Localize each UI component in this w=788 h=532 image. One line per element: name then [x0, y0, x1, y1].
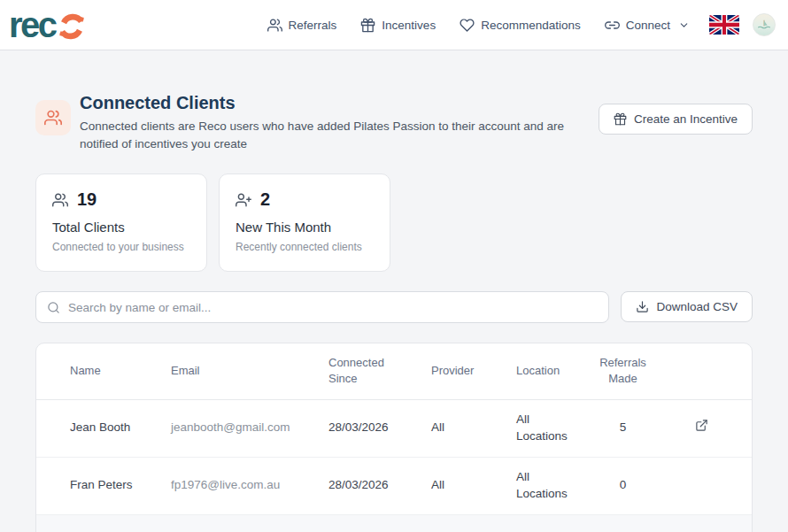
client-provider: All — [431, 514, 516, 532]
client-provider: All — [431, 457, 516, 514]
download-csv-label: Download CSV — [656, 300, 738, 313]
chevron-down-icon — [678, 19, 690, 31]
users-icon — [44, 109, 62, 127]
page-title: Connected Clients — [80, 93, 571, 113]
new-this-month-label: New This Month — [236, 220, 374, 235]
column-header-email: Email — [171, 343, 328, 399]
search-box[interactable] — [35, 291, 609, 323]
nav-item-recommendations[interactable]: Recommendations — [460, 18, 581, 33]
client-connected-since: 28/03/2026 — [328, 457, 431, 514]
client-email: gregrog1965@hotmail.com — [171, 514, 328, 532]
reco-logo[interactable]: rec — [9, 7, 87, 42]
uk-flag-language-selector[interactable] — [709, 15, 739, 35]
nav-label: Connect — [626, 19, 670, 32]
link-icon — [605, 18, 620, 33]
search-input[interactable] — [68, 301, 598, 314]
users-icon — [267, 18, 282, 33]
business-avatar[interactable] — [753, 13, 776, 36]
user-plus-icon — [236, 192, 251, 208]
column-header-actions — [661, 343, 752, 399]
client-referrals-made: 5 — [594, 399, 661, 457]
clients-icon-box — [35, 100, 71, 135]
nav-item-incentives[interactable]: Incentives — [360, 18, 436, 33]
nav-label: Recommendations — [481, 19, 581, 32]
stats-row: 19 Total Clients Connected to your busin… — [35, 173, 753, 272]
client-referrals-made: 0 — [594, 457, 661, 514]
clients-table: Name Email Connected Since Provider Loca… — [36, 343, 752, 532]
nav-item-referrals[interactable]: Referrals — [267, 18, 337, 33]
client-location: Epping — [516, 514, 594, 532]
page-description: Connected clients are Reco users who hav… — [80, 118, 571, 152]
main-nav: Referrals Incentives Recommendations Con… — [267, 18, 690, 33]
client-email: fp1976@live.com.au — [171, 457, 328, 514]
client-location: All Locations — [516, 457, 594, 514]
table-row: Greg Roger gregrog1965@hotmail.com 24/02… — [36, 514, 752, 532]
create-incentive-button[interactable]: Create an Incentive — [599, 104, 753, 135]
top-navigation-bar: rec Referrals Incentives Recommendations — [0, 0, 788, 50]
total-clients-label: Total Clients — [52, 220, 190, 235]
client-name: Fran Peters — [36, 457, 171, 514]
download-icon — [636, 300, 649, 313]
client-referrals-made: 1 — [594, 514, 661, 532]
users-icon — [52, 192, 68, 208]
client-name: Jean Booth — [36, 399, 171, 457]
new-this-month-sublabel: Recently connected clients — [236, 241, 374, 253]
column-header-location: Location — [516, 343, 594, 399]
stat-card-total-clients: 19 Total Clients Connected to your busin… — [35, 173, 207, 272]
sailboat-avatar-image — [756, 17, 772, 33]
new-this-month-value: 2 — [260, 189, 270, 210]
search-row: Download CSV — [35, 291, 753, 323]
client-provider: All — [431, 399, 516, 457]
table-header-row: Name Email Connected Since Provider Loca… — [36, 343, 752, 399]
client-connected-since: 24/02/2026 — [328, 514, 431, 532]
table-row: Fran Peters fp1976@live.com.au 28/03/202… — [36, 457, 752, 514]
column-header-referrals-made: Referrals Made — [594, 343, 661, 399]
client-email: jeanbooth@gmail.com — [171, 399, 328, 457]
gift-icon — [614, 112, 627, 126]
column-header-connected-since: Connected Since — [328, 343, 431, 399]
client-location: All Locations — [516, 399, 594, 457]
total-clients-value: 19 — [77, 189, 97, 210]
create-incentive-label: Create an Incentive — [634, 112, 738, 126]
stat-card-new-this-month: 2 New This Month Recently connected clie… — [219, 173, 390, 272]
gift-icon — [360, 18, 375, 33]
download-csv-button[interactable]: Download CSV — [621, 291, 753, 322]
connected-clients-page: Connected Clients Connected clients are … — [0, 50, 788, 532]
nav-label: Referrals — [289, 19, 337, 32]
nav-label: Incentives — [382, 19, 436, 32]
column-header-name: Name — [36, 343, 171, 399]
total-clients-sublabel: Connected to your business — [52, 241, 190, 253]
column-header-provider: Provider — [431, 343, 516, 399]
heart-icon — [460, 18, 475, 33]
logo-circle-arrow-icon — [57, 12, 87, 42]
open-referrals-link[interactable] — [695, 419, 708, 432]
nav-item-connect[interactable]: Connect — [605, 18, 690, 33]
logo-text: rec — [9, 7, 56, 42]
client-name: Greg Roger — [36, 514, 171, 532]
table-row: Jean Booth jeanbooth@gmail.com 28/03/202… — [36, 399, 752, 457]
external-link-icon — [695, 419, 708, 432]
page-header: Connected Clients Connected clients are … — [35, 93, 753, 152]
search-icon — [47, 301, 60, 314]
clients-table-card: Name Email Connected Since Provider Loca… — [35, 343, 753, 532]
client-connected-since: 28/03/2026 — [328, 399, 431, 457]
